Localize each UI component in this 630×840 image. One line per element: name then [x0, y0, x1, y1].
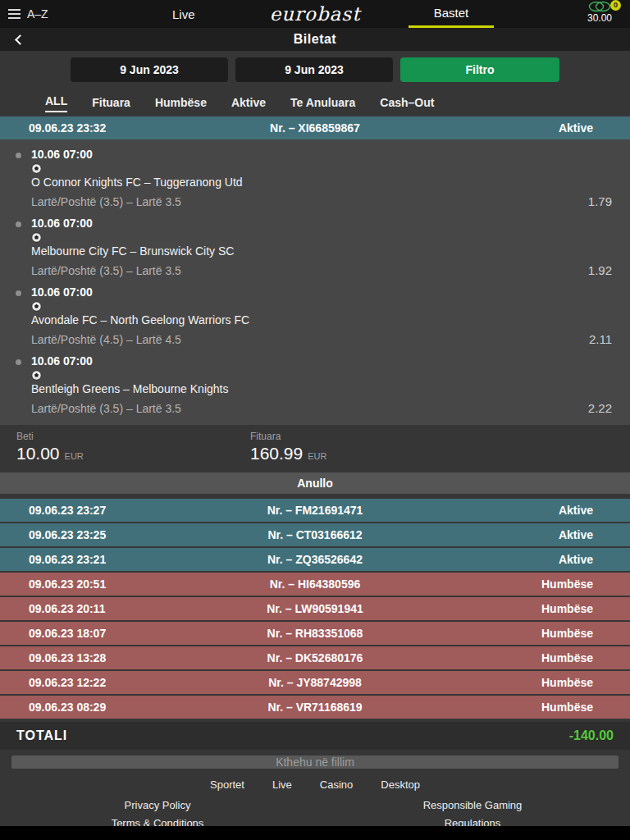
ticket-date: 09.06.23 13:28	[29, 651, 106, 664]
footer-legal-links: Privacy Policy Terms & Conditions Respon…	[0, 799, 630, 829]
ticket-date: 09.06.23 12:22	[29, 676, 106, 689]
tab-cash-out[interactable]: Cash–Out	[380, 96, 434, 112]
menu-icon	[8, 9, 21, 19]
ticket-number: Nr. – HI64380596	[270, 578, 361, 591]
match-market: Lartë/Poshtë (3.5) – Lartë 3.5	[31, 195, 181, 208]
ticket-row[interactable]: 09.06.23 23:27 Nr. – FM21691471 Aktive	[0, 499, 630, 522]
match-teams: Avondale FC – North Geelong Warriors FC	[31, 313, 612, 327]
footer-link-desktop[interactable]: Desktop	[381, 778, 420, 791]
footer-link-live[interactable]: Live	[272, 778, 292, 791]
match-time: 10.06 07:00	[31, 354, 612, 368]
footer-nav: Sportet Live Casino Desktop	[0, 772, 630, 799]
win-label: Fituara	[250, 431, 326, 442]
win-amount: 160.99	[250, 444, 303, 463]
cancel-ticket-button[interactable]: Anullo	[0, 472, 630, 494]
soccer-icon	[31, 231, 612, 244]
match-market: Lartë/Poshtë (3.5) – Lartë 3.5	[31, 402, 181, 415]
ticket-status: Humbëse	[541, 578, 593, 591]
match-teams: Melbourne City FC – Brunswick City SC	[31, 244, 612, 258]
ticket-row[interactable]: 09.06.23 23:25 Nr. – CT03166612 Aktive	[0, 523, 630, 546]
balance-widget[interactable]: 0 30.00	[576, 1, 623, 24]
ticket-date: 09.06.23 23:32	[29, 121, 106, 135]
soccer-icon	[31, 300, 612, 313]
match-item: 10.06 07:00 Bentleigh Greens – Melbourne…	[0, 349, 630, 418]
tab-fituara[interactable]: Fituara	[92, 96, 130, 112]
bet-amount: 10.00	[16, 444, 60, 463]
back-to-top-button[interactable]: Kthehu në fillim	[11, 756, 619, 769]
match-time: 10.06 07:00	[31, 148, 612, 162]
notification-badge: 0	[610, 0, 621, 11]
page-header: Biletat	[0, 28, 630, 51]
match-teams: Bentleigh Greens – Melbourne Knights	[31, 382, 612, 396]
tab-all[interactable]: ALL	[45, 94, 67, 112]
ticket-row[interactable]: 09.06.23 23:21 Nr. – ZQ36526642 Aktive	[0, 548, 630, 571]
match-item: 10.06 07:00 Avondale FC – North Geelong …	[0, 280, 630, 349]
ticket-row[interactable]: 09.06.23 08:29 Nr. – VR71168619 Humbëse	[0, 696, 630, 719]
soccer-icon	[31, 162, 612, 175]
ticket-number: Nr. – VR71168619	[267, 701, 362, 714]
biletat-page: A–Z Live eurobast Bastet 0 30.00 Biletat…	[0, 0, 630, 840]
ticket-date: 09.06.23 23:25	[29, 528, 106, 541]
total-label: TOTALI	[16, 728, 67, 743]
tab-aktive[interactable]: Aktive	[231, 96, 266, 112]
ticket-date: 09.06.23 08:29	[29, 701, 106, 714]
soccer-icon	[31, 369, 612, 381]
bet-amount-block: Beti 10.00EUR	[16, 431, 84, 463]
match-odds: 2.11	[589, 332, 612, 346]
ticket-status: Humbëse	[541, 627, 593, 640]
tab-humbese[interactable]: Humbëse	[155, 96, 207, 112]
date-filter-row: 9 Jun 2023 9 Jun 2023 Filtro	[0, 51, 630, 89]
ticket-date: 09.06.23 20:51	[29, 578, 106, 591]
ticket-row[interactable]: 09.06.23 20:51 Nr. – HI64380596 Humbëse	[0, 573, 630, 596]
ticket-header-expanded[interactable]: 09.06.23 23:32 Nr. – XI66859867 Aktive	[0, 116, 630, 139]
bet-summary: Beti 10.00EUR Fituara 160.99EUR	[0, 425, 630, 471]
match-time: 10.06 07:00	[31, 285, 612, 299]
nav-bastet[interactable]: Bastet	[409, 0, 494, 28]
total-value: -140.00	[569, 728, 614, 743]
ticket-status: Aktive	[559, 553, 593, 566]
filtro-button[interactable]: Filtro	[400, 57, 559, 82]
footer-link-sportet[interactable]: Sportet	[210, 778, 244, 791]
date-from-button[interactable]: 9 Jun 2023	[71, 57, 228, 82]
footer-link-responsible-gaming[interactable]: Responsible Gaming	[423, 799, 523, 811]
ticket-number: Nr. – DK52680176	[267, 651, 363, 664]
footer-link-privacy-policy[interactable]: Privacy Policy	[125, 799, 191, 811]
az-menu-button[interactable]: A–Z	[8, 0, 48, 28]
footer-link-casino[interactable]: Casino	[320, 778, 353, 791]
ticket-number: Nr. – FM21691471	[267, 504, 363, 517]
ticket-row[interactable]: 09.06.23 20:11 Nr. – LW90591941 Humbëse	[0, 597, 630, 620]
match-time: 10.06 07:00	[31, 217, 612, 231]
ticket-number: Nr. – RH83351068	[267, 627, 363, 640]
tab-te-anuluara[interactable]: Te Anuluara	[290, 96, 355, 112]
bet-label: Beti	[16, 431, 84, 442]
ticket-number: Nr. – JY88742998	[268, 676, 362, 689]
ticket-number: Nr. – ZQ36526642	[267, 553, 363, 566]
coins-icon	[587, 1, 612, 12]
ticket-row[interactable]: 09.06.23 18:07 Nr. – RH83351068 Humbëse	[0, 622, 630, 645]
ticket-status: Humbëse	[541, 701, 593, 714]
total-row: TOTALI -140.00	[0, 722, 630, 750]
bet-currency: EUR	[65, 451, 84, 461]
ticket-date: 09.06.23 23:21	[29, 553, 106, 566]
ticket-status: Aktive	[559, 504, 593, 517]
back-button[interactable]	[7, 28, 30, 51]
ticket-date: 09.06.23 23:27	[29, 504, 106, 517]
balance-amount: 30.00	[576, 12, 623, 24]
ticket-number: Nr. – LW90591941	[267, 602, 363, 615]
logo[interactable]: eurobast	[270, 3, 361, 25]
ticket-date: 09.06.23 18:07	[29, 627, 106, 640]
bullet-dot-icon	[16, 221, 21, 227]
win-amount-block: Fituara 160.99EUR	[250, 431, 326, 463]
ticket-status: Humbëse	[541, 651, 593, 664]
ticket-status: Aktive	[559, 121, 593, 135]
top-navigation-bar: A–Z Live eurobast Bastet 0 30.00	[0, 0, 630, 28]
ticket-row[interactable]: 09.06.23 12:22 Nr. – JY88742998 Humbëse	[0, 671, 630, 694]
match-odds: 1.79	[588, 194, 612, 208]
nav-live[interactable]: Live	[172, 0, 195, 28]
match-odds: 1.92	[588, 263, 612, 277]
date-to-button[interactable]: 9 Jun 2023	[235, 57, 393, 82]
bullet-dot-icon	[16, 153, 21, 158]
ticket-status: Humbëse	[541, 602, 593, 615]
ticket-row[interactable]: 09.06.23 13:28 Nr. – DK52680176 Humbëse	[0, 646, 630, 669]
page-title: Biletat	[294, 32, 336, 47]
